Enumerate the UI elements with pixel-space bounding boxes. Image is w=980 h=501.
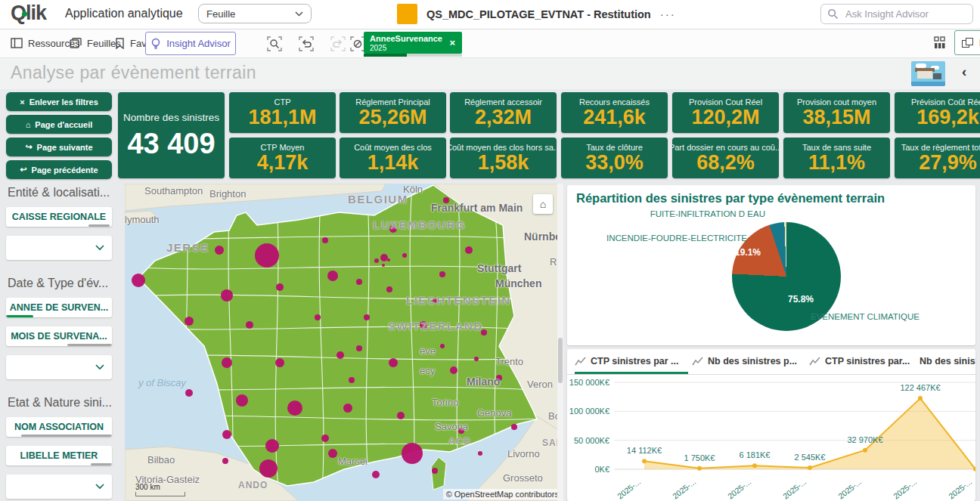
data-point[interactable] xyxy=(918,396,923,400)
map-bubble[interactable] xyxy=(259,459,278,478)
sheet-dropdown[interactable]: Feuille xyxy=(198,4,312,23)
app-icon[interactable] xyxy=(397,4,417,24)
map-bubble[interactable] xyxy=(221,289,233,302)
map-bubble[interactable] xyxy=(382,264,385,267)
search-input[interactable] xyxy=(844,8,960,20)
smart-search-icon[interactable] xyxy=(266,36,283,52)
map-bubble[interactable] xyxy=(321,435,329,442)
data-point[interactable] xyxy=(752,463,757,468)
scrollbar-thumb[interactable] xyxy=(558,338,563,383)
kpi-tile: Réglement Principal25,26M xyxy=(340,92,446,133)
map-bubble[interactable] xyxy=(336,351,344,359)
map-bubble[interactable] xyxy=(450,366,457,374)
map-bubble[interactable] xyxy=(374,258,379,263)
map-bubble[interactable] xyxy=(458,428,464,434)
map-bubble[interactable] xyxy=(420,321,427,329)
map-bubble[interactable] xyxy=(185,389,193,397)
map-bubble[interactable] xyxy=(496,375,502,381)
map-bubble[interactable] xyxy=(315,314,321,320)
map-bubble[interactable] xyxy=(481,329,487,336)
map-bubble[interactable] xyxy=(465,246,473,254)
map-bubble[interactable] xyxy=(397,412,405,419)
collapse-chevron-icon[interactable]: ‹ xyxy=(962,63,966,80)
map-bubble[interactable] xyxy=(478,451,482,456)
redo-selection-icon[interactable] xyxy=(330,36,346,52)
filter-listbox[interactable]: MOIS DE SURVENA... xyxy=(6,326,112,346)
map-home-button[interactable]: ⌂ xyxy=(533,194,553,214)
nav-button[interactable]: ×Enlever les filtres xyxy=(6,92,112,111)
map-bubble[interactable] xyxy=(222,430,231,439)
insight-advisor-button[interactable]: Insight Advisor xyxy=(145,32,236,55)
filter-listbox[interactable]: NOM ASSOCIATION xyxy=(6,417,112,437)
map-bubble[interactable] xyxy=(364,314,370,320)
scrollbar[interactable] xyxy=(557,184,563,501)
map-bubble[interactable] xyxy=(327,271,338,281)
map-bubble[interactable] xyxy=(386,286,392,292)
trend-chart-card: CTP sinistres par ...Nb des sinistres p.… xyxy=(567,349,975,501)
trend-tab[interactable]: Nb des sinistres p... xyxy=(692,349,805,373)
apps-grid-icon[interactable] xyxy=(933,36,947,49)
map-bubble[interactable] xyxy=(432,468,438,474)
trend-tab-label: Nb des sinist... xyxy=(920,356,975,366)
map-bubble[interactable] xyxy=(322,237,328,243)
data-point[interactable] xyxy=(642,459,647,463)
map-bubble[interactable] xyxy=(443,197,449,203)
map-bubble[interactable] xyxy=(433,298,437,303)
nav-button[interactable]: ⌂Page d'accueil xyxy=(6,115,112,134)
map-bubble[interactable] xyxy=(185,317,194,326)
map-bubble[interactable] xyxy=(402,443,423,464)
map-bubble[interactable] xyxy=(222,357,232,368)
map-bubble[interactable] xyxy=(265,439,279,453)
map-bubble[interactable] xyxy=(511,424,517,430)
map-bubble[interactable] xyxy=(372,471,380,478)
map-bubble[interactable] xyxy=(474,357,479,361)
duplicate-button[interactable]: D xyxy=(954,30,980,55)
map-bubble[interactable] xyxy=(389,358,398,367)
data-point[interactable] xyxy=(808,465,812,470)
selection-chip-anneesurvenance[interactable]: AnneeSurvenance 2025 × xyxy=(364,32,462,54)
sheet-thumbnail[interactable] xyxy=(911,61,945,86)
map-bubble[interactable] xyxy=(349,377,355,383)
map-bubble[interactable] xyxy=(255,243,279,268)
filter-dropdown[interactable] xyxy=(6,355,112,379)
lightbulb-icon xyxy=(150,38,161,50)
filter-listbox[interactable]: CAISSE REGIONALE xyxy=(6,207,112,227)
filter-listbox[interactable]: LIBELLE METIER xyxy=(6,446,112,465)
filter-dropdown[interactable] xyxy=(6,236,112,260)
filter-listbox[interactable]: ANNEE DE SURVEN... xyxy=(6,298,112,317)
trend-area-chart[interactable]: 0K€50 000K€100 000K€150 000K€14 112K€202… xyxy=(567,375,975,501)
map-bubble[interactable] xyxy=(402,253,407,258)
map-bubble[interactable] xyxy=(276,283,284,291)
trend-tab[interactable]: CTP sinistres par... xyxy=(809,349,923,373)
nav-button[interactable]: ↩Page précédente xyxy=(6,160,112,179)
insight-advisor-search[interactable] xyxy=(820,4,973,24)
map-bubble[interactable] xyxy=(236,394,248,407)
map-bubble[interactable] xyxy=(356,279,362,285)
trend-tab[interactable]: Nb des sinist... xyxy=(915,349,975,373)
undo-selection-icon[interactable] xyxy=(298,36,315,52)
map-bubble[interactable] xyxy=(439,271,445,277)
france-bubble-map[interactable]: SouthamptonBrightonlymouthBELGIUMKölnFra… xyxy=(125,184,563,501)
map-bubble[interactable] xyxy=(222,458,228,464)
filter-dropdown[interactable] xyxy=(6,475,112,499)
trend-tab[interactable]: CTP sinistres par ... xyxy=(575,349,688,373)
map-bubble[interactable] xyxy=(132,274,145,287)
map-bubble[interactable] xyxy=(246,321,253,329)
map-bubble[interactable] xyxy=(275,358,284,367)
data-point[interactable] xyxy=(863,448,867,453)
map-bubble[interactable] xyxy=(387,258,390,261)
map-bubble[interactable] xyxy=(389,225,397,233)
map-bubble[interactable] xyxy=(440,344,445,348)
map-bubble[interactable] xyxy=(328,449,337,458)
map-bubble[interactable] xyxy=(343,404,352,413)
kpi-tile: Prévision Coût Réel169,2k xyxy=(895,92,980,133)
toolbar-sheets[interactable]: Feuilles xyxy=(70,29,121,57)
map-bubble[interactable] xyxy=(287,400,302,416)
map-bubble[interactable] xyxy=(380,254,388,261)
map-bubble[interactable] xyxy=(215,246,224,255)
nav-button[interactable]: ↪Page suivante xyxy=(6,138,112,156)
map-bubble[interactable] xyxy=(356,345,362,351)
data-point[interactable] xyxy=(697,466,702,471)
selection-chip-close-icon[interactable]: × xyxy=(449,37,455,48)
overflow-menu-icon[interactable]: ··· xyxy=(660,8,676,20)
